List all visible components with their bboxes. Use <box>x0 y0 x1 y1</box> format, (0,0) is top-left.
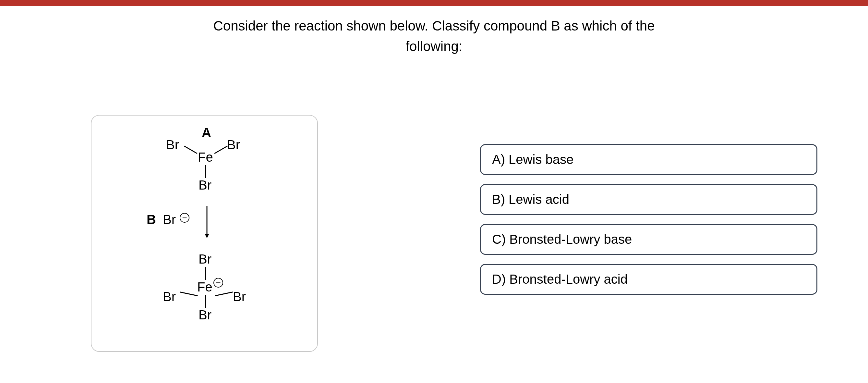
br-label-p-right: Br <box>233 290 246 304</box>
question-prompt: Consider the reaction shown below. Class… <box>0 16 868 57</box>
reaction-diagram: A Br Br Fe Br B Br − <box>91 115 318 352</box>
top-accent-bar <box>0 0 868 6</box>
br-label-p-top: Br <box>198 252 212 266</box>
br-label-p-bottom: Br <box>198 308 212 322</box>
bond-a-right <box>214 146 227 154</box>
fe-label-p: Fe <box>197 280 213 294</box>
br-label-a-topright: Br <box>227 138 240 152</box>
negative-charge-b: − <box>180 213 189 223</box>
answer-option-b[interactable]: B) Lewis acid <box>480 184 817 215</box>
answer-a-text: A) Lewis base <box>492 152 574 167</box>
answer-b-text: B) Lewis acid <box>492 192 569 206</box>
fe-label-a: Fe <box>198 150 213 165</box>
reaction-arrow <box>204 206 210 241</box>
br-label-a-topleft: Br <box>166 138 179 152</box>
svg-marker-1 <box>205 234 209 238</box>
answer-list: A) Lewis base B) Lewis acid C) Bronsted-… <box>480 144 817 304</box>
compound-b-label: B <box>147 212 156 227</box>
br-label-b: Br <box>163 212 176 227</box>
compound-a-label: A <box>202 125 211 140</box>
bond-p-left <box>180 292 197 296</box>
bond-p-right <box>215 292 232 296</box>
answer-option-c[interactable]: C) Bronsted-Lowry base <box>480 224 817 255</box>
bond-a-down <box>205 165 206 178</box>
question-line1: Consider the reaction shown below. Class… <box>213 18 655 33</box>
bond-p-top <box>205 267 206 280</box>
negative-charge-p: − <box>213 278 223 288</box>
answer-d-text: D) Bronsted-Lowry acid <box>492 272 628 286</box>
diagram-inner: A Br Br Fe Br B Br − <box>91 116 317 351</box>
br-label-a-bottom: Br <box>198 178 212 193</box>
answer-option-d[interactable]: D) Bronsted-Lowry acid <box>480 264 817 295</box>
answer-option-a[interactable]: A) Lewis base <box>480 144 817 175</box>
bond-p-bottom <box>205 295 206 308</box>
question-line2: following: <box>405 39 462 54</box>
answer-c-text: C) Bronsted-Lowry base <box>492 232 632 246</box>
bond-a-left <box>184 146 197 154</box>
br-label-p-left: Br <box>163 290 176 304</box>
